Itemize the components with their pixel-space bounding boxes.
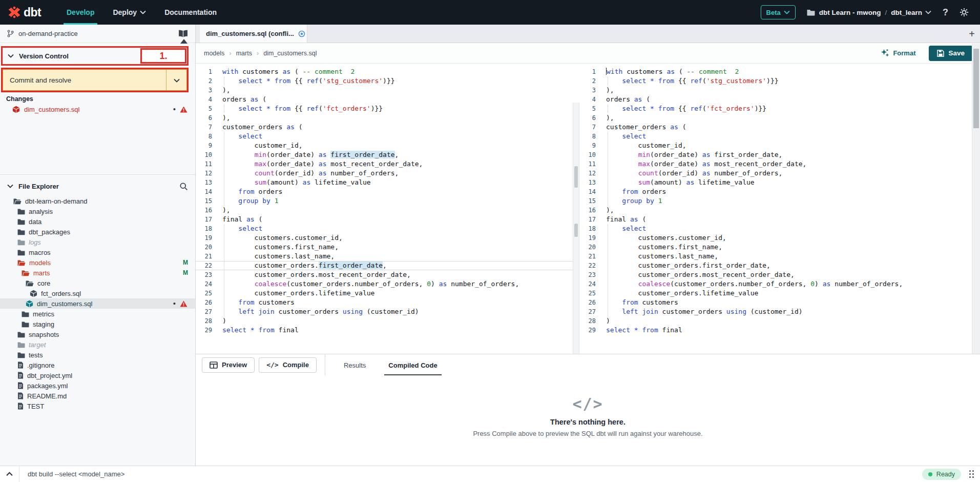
help-icon[interactable]: ? bbox=[943, 7, 948, 18]
code-line-22[interactable]: 22 customer_orders.first_order_date, bbox=[579, 261, 972, 270]
code-line-21[interactable]: 21 customers.last_name, bbox=[196, 252, 573, 261]
code-line-12[interactable]: 12 count(order_id) as number_of_orders, bbox=[196, 169, 573, 178]
account-switcher[interactable]: dbt Learn - mwong / dbt_learn bbox=[807, 9, 931, 16]
tree-item-readme-md[interactable]: README.md bbox=[0, 391, 195, 401]
nav-item-develop[interactable]: Develop bbox=[57, 0, 103, 25]
code-line-5[interactable]: 5 select * from {{ ref('fct_orders')}} bbox=[579, 104, 972, 113]
tree-item-tests[interactable]: tests bbox=[0, 350, 195, 360]
code-line-7[interactable]: 7customer_orders as ( bbox=[579, 123, 972, 132]
editor-vertical-scrollbar[interactable] bbox=[972, 44, 980, 375]
status-badge[interactable]: Ready bbox=[922, 469, 961, 480]
code-line-10[interactable]: 10 min(order_date) as first_order_date, bbox=[196, 150, 573, 159]
preview-button[interactable]: Preview bbox=[202, 357, 255, 373]
code-line-18[interactable]: 18 select bbox=[196, 224, 573, 233]
code-line-14[interactable]: 14 from orders bbox=[196, 187, 573, 196]
save-button[interactable]: Save bbox=[929, 46, 973, 61]
code-line-10[interactable]: 10 min(order_date) as first_order_date, bbox=[579, 150, 972, 159]
commit-and-resolve-button[interactable]: Commit and resolve bbox=[3, 69, 187, 91]
code-line-25[interactable]: 25 customer_orders.lifetime_value bbox=[196, 289, 573, 298]
tree-item-test[interactable]: TEST bbox=[0, 401, 195, 411]
code-line-8[interactable]: 8 select bbox=[579, 132, 972, 141]
tree-item-dbt-project-yml[interactable]: dbt_project.yml bbox=[0, 370, 195, 380]
tree-item-dbt-learn-on-demand[interactable]: dbt-learn-on-demand bbox=[0, 196, 195, 206]
code-line-20[interactable]: 20 customers.first_name, bbox=[196, 243, 573, 252]
tree-item-packages-yml[interactable]: packages.yml bbox=[0, 380, 195, 391]
code-line-22[interactable]: 22 customer_orders.first_order_date, bbox=[196, 261, 573, 270]
tree-item--gitignore[interactable]: .gitignore bbox=[0, 360, 195, 370]
code-line-17[interactable]: 17final as ( bbox=[196, 215, 573, 224]
code-line-4[interactable]: 4orders as ( bbox=[579, 95, 972, 104]
tree-item-target[interactable]: target bbox=[0, 339, 195, 350]
tree-item-analysis[interactable]: analysis bbox=[0, 206, 195, 216]
tree-item-metrics[interactable]: metrics bbox=[0, 309, 195, 319]
code-line-4[interactable]: 4orders as ( bbox=[196, 95, 573, 104]
tree-item-models[interactable]: modelsM bbox=[0, 257, 195, 268]
code-line-18[interactable]: 18 select bbox=[579, 224, 972, 233]
code-pane-incoming[interactable]: 1with customers as ( -- comment 22 selec… bbox=[579, 64, 972, 354]
tree-item-dim-customers-sql[interactable]: dim_customers.sql• bbox=[0, 298, 195, 309]
code-line-6[interactable]: 6), bbox=[579, 113, 972, 123]
tree-item-snapshots[interactable]: snapshots bbox=[0, 329, 195, 339]
code-line-9[interactable]: 9 customer_id, bbox=[579, 141, 972, 150]
code-line-3[interactable]: 3), bbox=[579, 86, 972, 95]
code-line-12[interactable]: 12 count(order_id) as number_of_orders, bbox=[579, 169, 972, 178]
version-control-section[interactable]: Version Control 1. bbox=[1, 46, 189, 66]
scrollbar-thumb[interactable] bbox=[574, 166, 578, 188]
nav-item-documentation[interactable]: Documentation bbox=[155, 0, 226, 25]
code-line-23[interactable]: 23 customer_orders.most_recent_order_dat… bbox=[579, 270, 972, 279]
new-tab-button[interactable]: + bbox=[969, 25, 975, 43]
code-line-11[interactable]: 11 max(order_date) as most_recent_order_… bbox=[579, 159, 972, 169]
code-line-15[interactable]: 15 group by 1 bbox=[579, 196, 972, 206]
code-line-1[interactable]: 1with customers as ( -- comment 2 bbox=[196, 67, 573, 76]
code-line-29[interactable]: 29select * from final bbox=[579, 326, 972, 335]
tree-item-logs[interactable]: logs bbox=[0, 237, 195, 247]
code-line-28[interactable]: 28) bbox=[579, 316, 972, 326]
branch-row[interactable]: on-demand-practice bbox=[0, 25, 195, 43]
code-line-13[interactable]: 13 sum(amount) as lifetime_value bbox=[579, 178, 972, 187]
tree-item-data[interactable]: data bbox=[0, 216, 195, 227]
editor-tab-dim-customers[interactable]: dim_customers.sql (confli... bbox=[200, 25, 307, 43]
code-line-21[interactable]: 21 customers.last_name, bbox=[579, 252, 972, 261]
format-button[interactable]: Format bbox=[881, 49, 915, 57]
tree-item-dbt-packages[interactable]: dbt_packages bbox=[0, 227, 195, 237]
changed-file-row[interactable]: dim_customers.sql • bbox=[0, 104, 195, 115]
pane-scrollbar[interactable] bbox=[573, 103, 579, 354]
tree-item-staging[interactable]: staging bbox=[0, 319, 195, 329]
tree-item-macros[interactable]: macros bbox=[0, 247, 195, 257]
code-line-24[interactable]: 24 coalesce(customer_orders.number_of_or… bbox=[579, 279, 972, 289]
breadcrumb-models[interactable]: models bbox=[204, 50, 224, 57]
code-line-26[interactable]: 26 from customers bbox=[196, 298, 573, 307]
file-explorer-header[interactable]: File Explorer bbox=[0, 177, 195, 195]
tree-item-marts[interactable]: martsM bbox=[0, 268, 195, 278]
kebab-menu-icon[interactable] bbox=[969, 470, 974, 478]
scrollbar-thumb[interactable] bbox=[973, 49, 979, 128]
code-line-20[interactable]: 20 customers.first_name, bbox=[579, 243, 972, 252]
tree-item-fct-orders-sql[interactable]: fct_orders.sql bbox=[0, 288, 195, 298]
breadcrumb-dim-customers-sql[interactable]: dim_customers.sql bbox=[263, 50, 317, 57]
scrollbar-thumb[interactable] bbox=[574, 224, 578, 237]
compile-button[interactable]: </> Compile bbox=[259, 357, 317, 373]
code-line-23[interactable]: 23 customer_orders.most_recent_order_dat… bbox=[196, 270, 573, 279]
code-line-2[interactable]: 2 select * from {{ ref('stg_customers')}… bbox=[579, 76, 972, 86]
code-line-6[interactable]: 6), bbox=[196, 113, 573, 123]
code-line-8[interactable]: 8 select bbox=[196, 132, 573, 141]
search-icon[interactable] bbox=[179, 182, 188, 191]
code-line-19[interactable]: 19 customers.customer_id, bbox=[196, 233, 573, 243]
code-line-5[interactable]: 5 select * from {{ ref('fct_orders')}} bbox=[196, 104, 573, 113]
code-line-28[interactable]: 28) bbox=[196, 316, 573, 326]
code-line-27[interactable]: 27 left join customer_orders using (cust… bbox=[579, 307, 972, 316]
code-line-16[interactable]: 16), bbox=[196, 206, 573, 215]
code-line-3[interactable]: 3), bbox=[196, 86, 573, 95]
code-line-27[interactable]: 27 left join customer_orders using (cust… bbox=[196, 307, 573, 316]
tab-compiled-code[interactable]: Compiled Code bbox=[384, 354, 441, 376]
code-line-17[interactable]: 17final as ( bbox=[579, 215, 972, 224]
code-line-13[interactable]: 13 sum(amount) as lifetime_value bbox=[196, 178, 573, 187]
code-line-2[interactable]: 2 select * from {{ ref('stg_customers')}… bbox=[196, 76, 573, 86]
gear-icon[interactable] bbox=[960, 8, 969, 17]
chevron-up-icon[interactable] bbox=[6, 472, 13, 476]
breadcrumb-marts[interactable]: marts bbox=[236, 50, 252, 57]
command-input[interactable]: dbt build --select <model_name> bbox=[28, 470, 124, 478]
code-line-19[interactable]: 19 customers.customer_id, bbox=[579, 233, 972, 243]
code-line-7[interactable]: 7customer_orders as ( bbox=[196, 123, 573, 132]
code-line-29[interactable]: 29select * from final bbox=[196, 326, 573, 335]
